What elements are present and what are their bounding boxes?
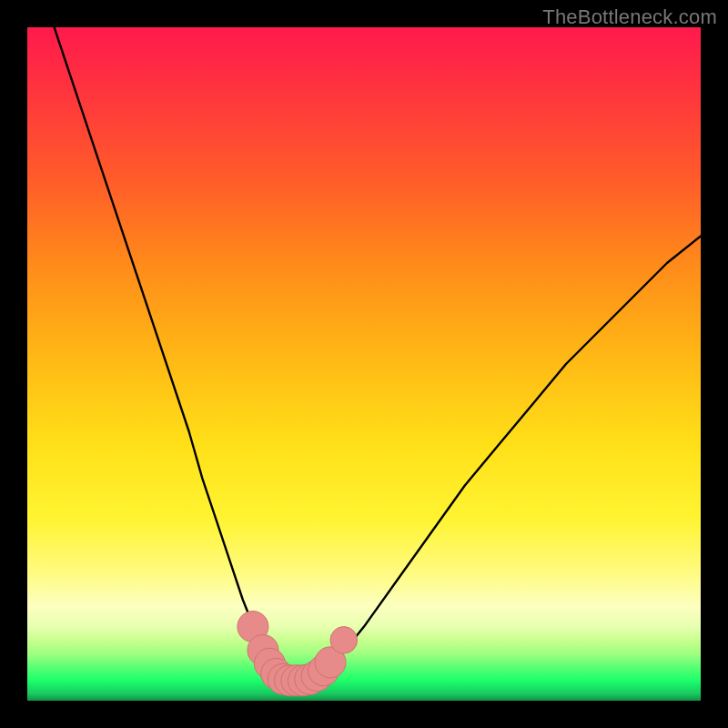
chart-svg xyxy=(27,27,701,701)
curve-layer xyxy=(55,27,701,681)
plot-area xyxy=(27,27,701,701)
curve-left xyxy=(55,27,284,681)
chart-frame: TheBottleneck.com xyxy=(0,0,728,728)
marker-point xyxy=(330,627,358,654)
marker-layer xyxy=(238,612,358,696)
watermark-text: TheBottleneck.com xyxy=(542,5,717,29)
curve-right xyxy=(310,236,701,680)
